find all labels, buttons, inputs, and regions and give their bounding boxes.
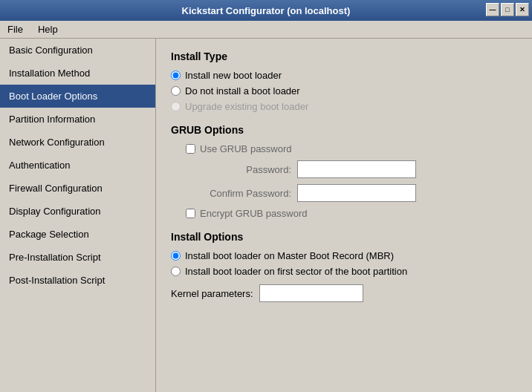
grub-options-title: GRUB Options bbox=[171, 124, 517, 136]
sidebar-item-basic-config[interactable]: Basic Configuration bbox=[0, 39, 155, 62]
sidebar-item-post-install[interactable]: Post-Installation Script bbox=[0, 269, 155, 292]
sidebar: Basic Configuration Installation Method … bbox=[0, 39, 156, 392]
sidebar-item-firewall-config[interactable]: Firewall Configuration bbox=[0, 177, 155, 200]
grub-options-section: GRUB Options Use GRUB password Password:… bbox=[171, 124, 517, 219]
titlebar: Kickstart Configurator (on localhost) — … bbox=[0, 0, 532, 21]
mbr-label: Install boot loader on Master Boot Recor… bbox=[185, 250, 394, 261]
no-bootloader-label: Do not install a boot loader bbox=[185, 85, 300, 97]
confirm-password-label: Confirm Password: bbox=[186, 188, 297, 199]
install-options-title: Install Options bbox=[171, 231, 517, 243]
radio-first-sector: Install boot loader on first sector of t… bbox=[171, 266, 517, 277]
sidebar-item-network-config[interactable]: Network Configuration bbox=[0, 131, 155, 154]
radio-upgrade-bootloader: Upgrade existing boot loader bbox=[171, 101, 517, 112]
main-layout: Basic Configuration Installation Method … bbox=[0, 39, 532, 392]
menu-file[interactable]: File bbox=[4, 23, 26, 36]
radio-new-bootloader: Install new boot loader bbox=[171, 70, 517, 81]
minimize-button[interactable]: — bbox=[486, 3, 499, 16]
sidebar-item-partition-info[interactable]: Partition Information bbox=[0, 108, 155, 131]
close-button[interactable]: ✕ bbox=[516, 3, 529, 16]
window-title: Kickstart Configurator (on localhost) bbox=[182, 5, 351, 16]
use-grub-password-checkbox[interactable] bbox=[186, 144, 195, 154]
confirm-password-input[interactable] bbox=[297, 184, 416, 202]
password-row: Password: bbox=[186, 160, 517, 178]
kernel-parameters-row: Kernel parameters: bbox=[171, 284, 517, 302]
encrypt-grub-label: Encrypt GRUB password bbox=[200, 208, 308, 219]
sidebar-item-package-selection[interactable]: Package Selection bbox=[0, 223, 155, 246]
maximize-button[interactable]: □ bbox=[501, 3, 514, 16]
sidebar-item-display-config[interactable]: Display Configuration bbox=[0, 200, 155, 223]
use-grub-password-label: Use GRUB password bbox=[200, 143, 292, 154]
sidebar-item-boot-loader[interactable]: Boot Loader Options bbox=[0, 85, 155, 108]
new-bootloader-radio[interactable] bbox=[171, 71, 181, 80]
sidebar-item-pre-install[interactable]: Pre-Installation Script bbox=[0, 246, 155, 269]
menu-help[interactable]: Help bbox=[35, 23, 61, 36]
password-label: Password: bbox=[186, 164, 297, 175]
menubar: File Help bbox=[0, 21, 532, 39]
titlebar-buttons: — □ ✕ bbox=[486, 3, 529, 16]
install-options-section: Install Options Install boot loader on M… bbox=[171, 231, 517, 302]
mbr-radio[interactable] bbox=[171, 251, 181, 261]
encrypt-grub-row: Encrypt GRUB password bbox=[186, 208, 517, 219]
sidebar-item-authentication[interactable]: Authentication bbox=[0, 154, 155, 177]
use-grub-password-row: Use GRUB password bbox=[186, 143, 517, 154]
content-area: Install Type Install new boot loader Do … bbox=[156, 39, 532, 392]
radio-no-bootloader: Do not install a boot loader bbox=[171, 85, 517, 97]
kernel-parameters-input[interactable] bbox=[259, 284, 363, 302]
sidebar-item-install-method[interactable]: Installation Method bbox=[0, 62, 155, 85]
radio-mbr: Install boot loader on Master Boot Recor… bbox=[171, 250, 517, 261]
confirm-password-row: Confirm Password: bbox=[186, 184, 517, 202]
kernel-parameters-label: Kernel parameters: bbox=[171, 288, 253, 299]
first-sector-label: Install boot loader on first sector of t… bbox=[185, 266, 407, 277]
upgrade-bootloader-radio bbox=[171, 102, 181, 111]
upgrade-bootloader-label: Upgrade existing boot loader bbox=[185, 101, 308, 112]
no-bootloader-radio[interactable] bbox=[171, 86, 181, 96]
encrypt-grub-checkbox[interactable] bbox=[186, 209, 195, 218]
password-input[interactable] bbox=[297, 160, 416, 178]
new-bootloader-label: Install new boot loader bbox=[185, 70, 282, 81]
first-sector-radio[interactable] bbox=[171, 267, 181, 276]
install-type-title: Install Type bbox=[171, 50, 517, 62]
